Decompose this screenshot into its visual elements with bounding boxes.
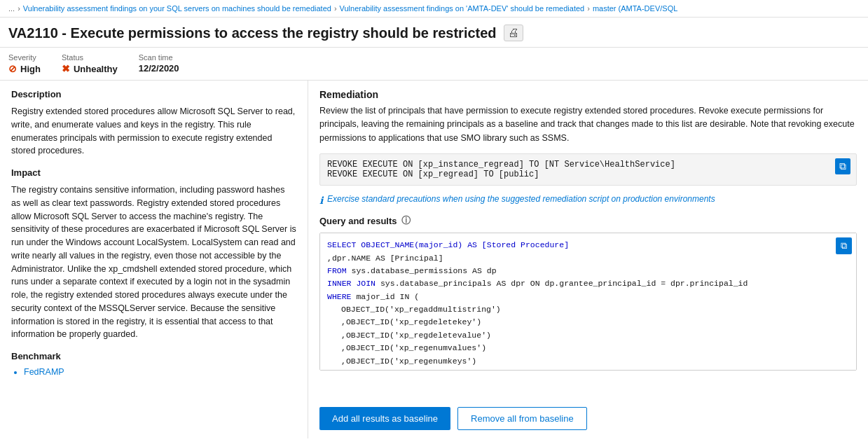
severity-value: ⊘ High <box>8 63 41 74</box>
status-text: Unhealthy <box>74 64 118 74</box>
add-baseline-button[interactable]: Add all results as baseline <box>319 407 450 430</box>
status-value: ✖ Unhealthy <box>62 63 118 74</box>
info-note: ℹ Exercise standard precautions when usi… <box>319 194 857 206</box>
query-line-6: OBJECT_ID('xp_regaddmultistring') <box>327 303 501 316</box>
remediation-section: Remediation Review the list of principal… <box>319 89 857 145</box>
status-icon: ✖ <box>62 63 70 74</box>
query-line-1: SELECT OBJECT_NAME(major_id) AS [Stored … <box>327 240 569 249</box>
main-content: Description Registry extended stored pro… <box>0 81 868 438</box>
page-title: VA2110 - Execute permissions to access t… <box>8 25 497 41</box>
print-button[interactable]: 🖨 <box>504 25 523 41</box>
breadcrumb-link-2[interactable]: Vulnerability assessment findings on 'AM… <box>340 4 585 13</box>
breadcrumb-sep3: › <box>587 4 590 13</box>
remediation-code-block: REVOKE EXECUTE ON [xp_instance_regread] … <box>319 153 857 186</box>
query-line-8: ,OBJECT_ID('xp_regdeletevalue') <box>327 329 491 342</box>
remove-baseline-button[interactable]: Remove all from baseline <box>457 407 587 430</box>
code-line-2: REVOKE EXECUTE ON [xp_regread] TO [publi… <box>327 170 849 179</box>
query-line-7: ,OBJECT_ID('xp_regdeletekey') <box>327 316 481 329</box>
query-line-9: ,OBJECT_ID('xp_regenumvalues') <box>327 342 486 354</box>
query-header: Query and results ⓘ <box>319 214 857 227</box>
scan-time-label: Scan time <box>139 53 179 62</box>
status-label: Status <box>62 53 118 62</box>
query-line-4: INNER JOIN <box>327 279 380 288</box>
query-scroll[interactable]: SELECT OBJECT_NAME(major_id) AS [Stored … <box>320 233 856 370</box>
impact-title: Impact <box>11 167 296 178</box>
breadcrumb-link-3[interactable]: master (AMTA-DEV/SQL <box>593 4 677 13</box>
copy-code-button[interactable]: ⧉ <box>835 158 850 174</box>
breadcrumb-sep: › <box>18 4 20 13</box>
right-panel: Remediation Review the list of principal… <box>308 81 868 438</box>
info-note-text: Exercise standard precautions when using… <box>327 194 715 204</box>
scan-time-item: Scan time 12/2/2020 <box>139 53 200 74</box>
action-buttons: Add all results as baseline Remove all f… <box>319 400 857 430</box>
impact-text: The registry contains sensitive informat… <box>11 184 296 341</box>
breadcrumb: ... › Vulnerability assessment findings … <box>0 0 868 18</box>
remediation-title: Remediation <box>319 89 857 100</box>
info-icon: ℹ <box>319 195 323 206</box>
description-title: Description <box>11 89 296 99</box>
status-item: Status ✖ Unhealthy <box>62 53 139 74</box>
left-panel: Description Registry extended stored pro… <box>0 81 308 438</box>
benchmark-item-fedramp: FedRAMP <box>24 367 296 377</box>
breadcrumb-dots: ... <box>8 4 15 13</box>
severity-text: High <box>20 64 41 74</box>
scan-time-text: 12/2/2020 <box>139 63 179 74</box>
query-title: Query and results <box>319 216 397 226</box>
query-line-11: ,OBJECT_ID('xp_regread') <box>327 368 457 370</box>
copy-query-button[interactable]: ⧉ <box>836 237 852 254</box>
severity-item: Severity ⊘ High <box>8 53 62 74</box>
breadcrumb-link-1[interactable]: Vulnerability assessment findings on you… <box>23 4 331 13</box>
severity-icon: ⊘ <box>8 63 17 74</box>
query-line-2: ,dpr.NAME AS [Principal] <box>327 254 443 263</box>
benchmark-list: FedRAMP <box>11 367 296 377</box>
query-section: Query and results ⓘ SELECT OBJECT_NAME(m… <box>319 214 857 371</box>
query-info-icon: ⓘ <box>401 214 411 227</box>
page-title-row: VA2110 - Execute permissions to access t… <box>0 18 868 48</box>
query-line-10: ,OBJECT_ID('xp_regenumkeys') <box>327 355 476 368</box>
remediation-text: Review the list of principals that have … <box>319 104 857 145</box>
scan-time-value: 12/2/2020 <box>139 63 179 74</box>
query-line-3: FROM <box>327 266 352 275</box>
severity-label: Severity <box>8 53 41 62</box>
meta-row: Severity ⊘ High Status ✖ Unhealthy Scan … <box>0 48 868 81</box>
query-line-5: WHERE <box>327 292 356 301</box>
code-line-1: REVOKE EXECUTE ON [xp_instance_regread] … <box>327 160 849 170</box>
breadcrumb-sep2: › <box>334 4 337 13</box>
benchmark-title: Benchmark <box>11 351 296 361</box>
query-box-container: SELECT OBJECT_NAME(major_id) AS [Stored … <box>319 233 857 371</box>
description-text: Registry extended stored procedures allo… <box>11 105 296 158</box>
